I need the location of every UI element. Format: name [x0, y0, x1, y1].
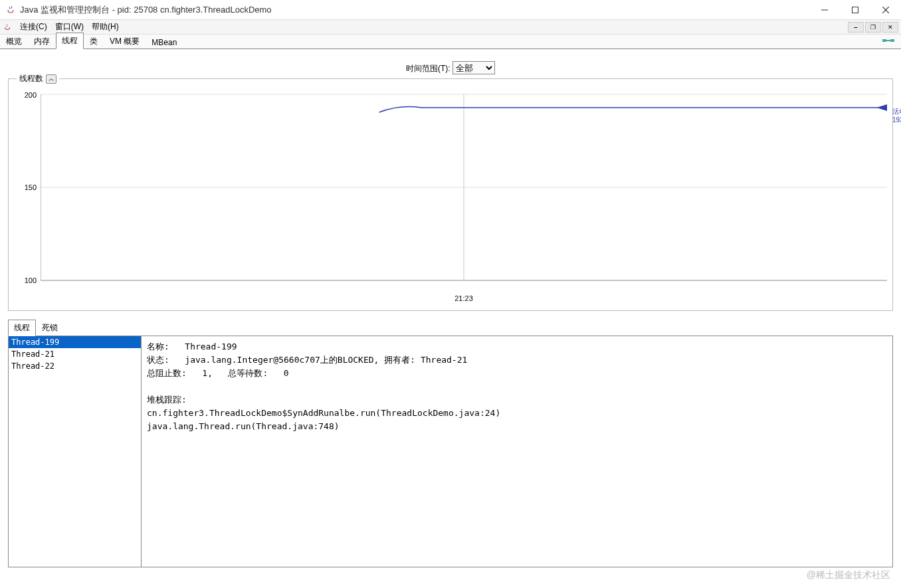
menubar: 连接(C) 窗口(W) 帮助(H) ‒ ❐ ✕: [0, 20, 901, 35]
chart-collapse-button[interactable]: ︽: [46, 74, 56, 84]
thread-list-item[interactable]: Thread-199: [9, 336, 141, 348]
connection-status-icon: [882, 36, 894, 45]
thread-detail: 名称: Thread-199 状态: java.lang.Integer@566…: [142, 336, 892, 567]
menu-connect[interactable]: 连接(C): [16, 21, 51, 33]
time-range-label: 时间范围(T):: [406, 64, 450, 73]
thread-count-chart-group: 线程数 ︽ 200 150 100 峰值193 活动线程193: [8, 78, 893, 311]
stack-line: java.lang.Thread.run(Thread.java:748): [147, 420, 887, 433]
x-tick: 21:23: [454, 294, 473, 302]
detail-waited-value: 0: [284, 368, 289, 378]
window-title: Java 监视和管理控制台 - pid: 25708 cn.fighter3.T…: [20, 4, 809, 16]
detail-state-value: java.lang.Integer@5660c707上的BLOCKED, 拥有者…: [185, 355, 467, 365]
menu-help[interactable]: 帮助(H): [88, 21, 123, 33]
tab-classes[interactable]: 类: [84, 33, 104, 49]
content-pane: 时间范围(T): 全部 线程数 ︽ 200 150 100: [0, 49, 901, 573]
detail-blocked-label: 总阻止数:: [147, 368, 187, 378]
mdi-minimize[interactable]: ‒: [848, 22, 864, 33]
detail-waited-label: 总等待数:: [228, 368, 268, 378]
detail-blocked-value: 1,: [202, 368, 213, 378]
tab-memory[interactable]: 内存: [28, 33, 56, 49]
stack-trace: cn.fighter3.ThreadLockDemo$SynAddRunalbe…: [147, 407, 887, 433]
java-icon-small: [3, 23, 12, 32]
thread-list[interactable]: Thread-199Thread-21Thread-22: [9, 336, 142, 567]
y-tick-150: 150: [25, 183, 37, 191]
chart-title: 线程数: [19, 73, 43, 84]
mdi-restore[interactable]: ❐: [865, 22, 881, 33]
detail-name-value: Thread-199: [185, 342, 237, 351]
java-icon: [5, 5, 16, 15]
menu-window[interactable]: 窗口(W): [51, 21, 88, 33]
minimize-button[interactable]: [809, 0, 840, 20]
stack-line: cn.fighter3.ThreadLockDemo$SynAddRunalbe…: [147, 407, 887, 420]
thread-list-item[interactable]: Thread-21: [9, 348, 141, 360]
mdi-close[interactable]: ✕: [882, 22, 898, 33]
chart-area: 200 150 100 峰值193 活动线程193 21:23: [41, 84, 887, 290]
main-tabs: 概览 内存 线程 类 VM 概要 MBean: [0, 35, 901, 49]
subtab-threads[interactable]: 线程: [8, 320, 36, 336]
chart-legend: 线程数 ︽: [17, 73, 59, 84]
y-tick-200: 200: [25, 91, 37, 99]
subtabs: 线程 死锁: [8, 319, 893, 336]
watermark: @稀土掘金技术社区: [807, 569, 890, 581]
tab-mbean[interactable]: MBean: [146, 35, 183, 49]
y-tick-100: 100: [25, 276, 37, 284]
detail-name-label: 名称:: [147, 342, 169, 351]
chart-svg: [41, 84, 887, 290]
subtab-deadlock[interactable]: 死锁: [36, 320, 64, 336]
svg-rect-5: [890, 39, 894, 42]
tab-overview[interactable]: 概览: [0, 33, 28, 49]
time-range-row: 时间范围(T): 全部: [5, 61, 896, 74]
time-range-select[interactable]: 全部: [452, 61, 495, 74]
tab-vm[interactable]: VM 概要: [104, 33, 146, 49]
detail-stack-label: 堆栈跟踪:: [147, 393, 887, 407]
legend-live: 活动线程193: [892, 107, 901, 124]
lower-pane: Thread-199Thread-21Thread-22 名称: Thread-…: [8, 336, 893, 567]
window-controls: [809, 0, 901, 20]
mdi-controls: ‒ ❐ ✕: [848, 22, 901, 33]
svg-rect-1: [852, 7, 858, 13]
svg-rect-4: [882, 39, 886, 42]
maximize-button[interactable]: [840, 0, 870, 20]
thread-list-item[interactable]: Thread-22: [9, 360, 141, 372]
titlebar: Java 监视和管理控制台 - pid: 25708 cn.fighter3.T…: [0, 0, 901, 20]
tab-threads[interactable]: 线程: [56, 33, 84, 49]
close-button[interactable]: [870, 0, 901, 20]
detail-state-label: 状态:: [147, 355, 169, 365]
